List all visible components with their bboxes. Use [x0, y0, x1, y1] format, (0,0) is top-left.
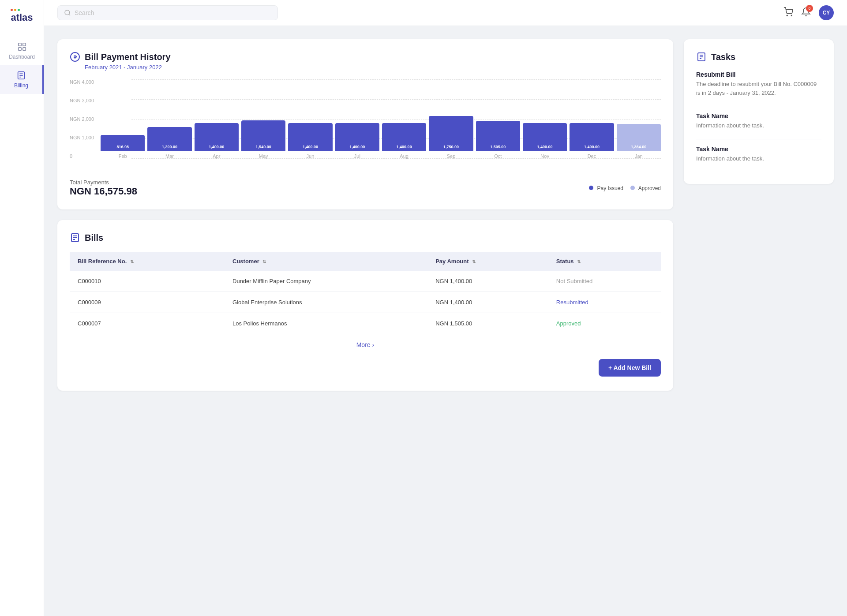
cell-amount: NGN 1,400.00: [427, 292, 548, 313]
bar-feb: 816.98: [101, 135, 145, 151]
bars-row: 816.98Feb1,200.00Mar1,400.00Apr1,540.00M…: [101, 79, 661, 159]
task-divider: [696, 139, 821, 139]
logo-dot-green: [18, 9, 20, 11]
bar-label-mar: Mar: [165, 153, 174, 159]
cell-customer: Global Enterprise Solutions: [225, 292, 427, 313]
dollar-circle-icon: [70, 52, 80, 62]
sidebar-item-billing[interactable]: Billing: [0, 65, 44, 94]
chart-legend: Pay Issued Approved: [589, 185, 661, 191]
avatar[interactable]: CY: [819, 5, 834, 20]
cell-ref: C000007: [70, 313, 225, 334]
sidebar-item-dashboard[interactable]: Dashboard: [0, 37, 44, 65]
bar-col-oct: 1,505.00Oct: [476, 79, 520, 159]
task-desc: Information about the task.: [696, 154, 821, 163]
svg-point-11: [791, 15, 792, 16]
cell-customer: Los Pollos Hermanos: [225, 313, 427, 334]
cart-button[interactable]: [783, 7, 793, 19]
task-name: Task Name: [696, 146, 821, 153]
main-content: Search 0 CY: [44, 0, 847, 616]
total-amount: NGN 16,575.98: [70, 186, 137, 197]
bar-value-mar: 1,200.00: [162, 145, 177, 149]
bar-label-nov: Nov: [540, 153, 549, 159]
col-ref: Bill Reference No. ⇅: [70, 252, 225, 271]
chevron-right-icon: ›: [372, 341, 375, 348]
bar-col-nov: 1,400.00Nov: [523, 79, 567, 159]
bar-value-dec: 1,400.00: [584, 145, 600, 149]
chart-area: 0 NGN 1,000 NGN 2,000 NGN 3,000 NGN 4,00…: [70, 79, 661, 172]
cell-amount: NGN 1,400.00: [427, 271, 548, 292]
bar-value-sep: 1,750.00: [443, 145, 459, 149]
task-name: Resubmit Bill: [696, 71, 821, 78]
sort-icon-status[interactable]: ⇅: [577, 259, 581, 264]
billing-icon: [16, 71, 26, 80]
chart-card-header: Bill Payment History: [70, 52, 661, 62]
logo-text: atlas: [11, 12, 33, 23]
bar-may: 1,540.00: [241, 120, 285, 151]
sidebar-item-billing-label: Billing: [14, 82, 28, 89]
right-column: Tasks Resubmit Bill The deadline to resu…: [684, 39, 834, 603]
notification-badge: 0: [806, 5, 813, 12]
bar-jul: 1,400.00: [335, 123, 379, 151]
svg-line-9: [69, 14, 70, 15]
add-bill-container: + Add New Bill: [70, 355, 661, 378]
bar-label-aug: Aug: [400, 153, 409, 159]
bills-card: Bills Bill Reference No. ⇅ Customer ⇅ Pa…: [57, 220, 673, 391]
bar-value-may: 1,540.00: [256, 145, 271, 149]
topbar: Search 0 CY: [44, 0, 847, 26]
add-new-bill-button[interactable]: + Add New Bill: [599, 359, 661, 377]
bar-col-mar: 1,200.00Mar: [147, 79, 191, 159]
svg-rect-1: [22, 43, 25, 46]
chart-subtitle: February 2021 - January 2022: [85, 64, 661, 71]
bar-aug: 1,400.00: [382, 123, 426, 151]
notification-button[interactable]: 0: [801, 7, 811, 19]
svg-point-8: [65, 10, 70, 15]
bar-label-oct: Oct: [494, 153, 502, 159]
table-row: C000010 Dunder Mifflin Paper Company NGN…: [70, 271, 661, 292]
bar-jan: 1,364.00: [617, 124, 661, 151]
svg-rect-0: [18, 43, 21, 46]
sort-icon-customer[interactable]: ⇅: [262, 259, 266, 264]
bar-col-may: 1,540.00May: [241, 79, 285, 159]
bar-apr: 1,400.00: [195, 123, 239, 151]
sort-icon-ref[interactable]: ⇅: [130, 259, 134, 264]
bar-mar: 1,200.00: [147, 127, 191, 151]
more-link[interactable]: More ›: [70, 334, 661, 355]
bills-tbody: C000010 Dunder Mifflin Paper Company NGN…: [70, 271, 661, 334]
table-row: C000007 Los Pollos Hermanos NGN 1,505.00…: [70, 313, 661, 334]
cart-icon: [783, 7, 793, 17]
bar-label-jan: Jan: [635, 153, 643, 159]
legend-dot-issued: [589, 186, 593, 190]
search-placeholder: Search: [75, 9, 94, 16]
col-customer: Customer ⇅: [225, 252, 427, 271]
total-label: Total Payments: [70, 179, 137, 186]
svg-rect-2: [18, 48, 21, 50]
y-label-0: 0: [70, 153, 94, 159]
table-row: C000009 Global Enterprise Solutions NGN …: [70, 292, 661, 313]
bar-label-feb: Feb: [119, 153, 127, 159]
bar-label-may: May: [259, 153, 268, 159]
task-item: Task Name Information about the task.: [696, 146, 821, 163]
y-label-3000: NGN 3,000: [70, 98, 94, 103]
cell-status: Not Submitted: [548, 271, 661, 292]
cell-ref: C000010: [70, 271, 225, 292]
sidebar: atlas Dashboard Billing: [0, 0, 44, 616]
bar-value-apr: 1,400.00: [209, 145, 224, 149]
col-amount: Pay Amount ⇅: [427, 252, 548, 271]
bar-col-feb: 816.98Feb: [101, 79, 145, 159]
bar-col-jul: 1,400.00Jul: [335, 79, 379, 159]
search-box[interactable]: Search: [57, 5, 278, 20]
topbar-right: 0 CY: [783, 5, 834, 20]
logo-dot-red: [11, 9, 13, 11]
task-name: Task Name: [696, 112, 821, 119]
bar-col-apr: 1,400.00Apr: [195, 79, 239, 159]
cell-status: Resubmitted: [548, 292, 661, 313]
bills-header: Bills: [70, 232, 661, 243]
col-status: Status ⇅: [548, 252, 661, 271]
bar-col-jan: 1,364.00Jan: [617, 79, 661, 159]
legend-dot-approved: [630, 186, 635, 190]
svg-point-10: [787, 15, 787, 16]
task-desc: Information about the task.: [696, 121, 821, 130]
sort-icon-amount[interactable]: ⇅: [472, 259, 476, 264]
chart-title: Bill Payment History: [85, 52, 171, 62]
task-divider: [696, 106, 821, 106]
